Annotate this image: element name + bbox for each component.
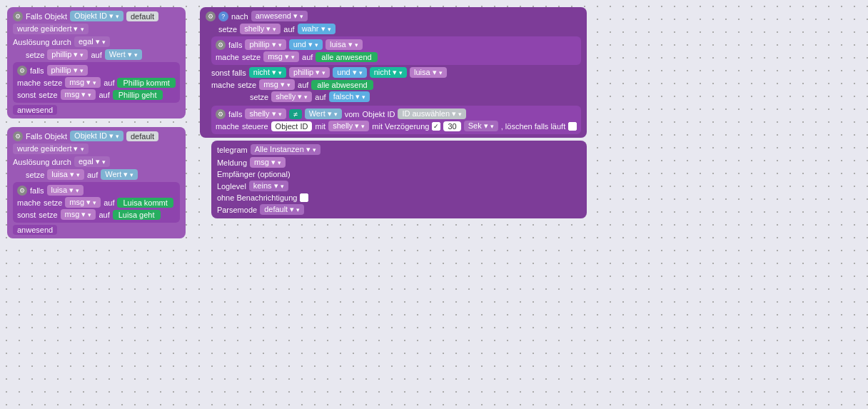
anwesend-nach[interactable]: anwesend ▾: [251, 11, 308, 21]
anwesend-1: anwesend: [13, 105, 57, 115]
nach-block: ⚙ ? nach anwesend ▾ setze shelly ▾ auf w…: [200, 7, 587, 138]
msg-r1[interactable]: msg ▾: [263, 51, 299, 62]
alle-anwesend-val: alle anwesend: [316, 52, 377, 62]
luisa-pill-1[interactable]: luisa ▾: [47, 169, 84, 180]
neq-pill[interactable]: ≠: [289, 109, 302, 119]
loeschen-label: , löschen falls läuft: [501, 122, 566, 131]
falls-inner-1: ⚙ falls phillip ▾ mache setze msg ▾ auf …: [13, 62, 180, 103]
wert-neq-pill[interactable]: Wert ▾: [305, 108, 342, 119]
wurde-geaendert-2[interactable]: wurde geändert ▾: [13, 143, 89, 154]
luisa-r1[interactable]: luisa ▾: [326, 39, 363, 50]
msg-telegram-pill[interactable]: msg ▾: [250, 157, 286, 168]
steuere-label: steuere: [242, 122, 268, 131]
msg-r2[interactable]: msg ▾: [259, 79, 295, 90]
phillip-geht-1: Phillip geht: [113, 90, 163, 100]
msg-pill-1[interactable]: msg ▾: [65, 77, 101, 88]
wert-pill-2[interactable]: Wert ▾: [101, 169, 138, 180]
meldung-label: Meldung: [217, 158, 247, 167]
sonst-label-1: sonst: [17, 91, 36, 99]
falls-r1-label: falls: [228, 41, 243, 49]
luisa-falls-1[interactable]: luisa ▾: [47, 185, 84, 196]
gear-icon-falls-1[interactable]: ⚙: [17, 66, 27, 76]
falls-objekt-block-1: ⚙ Falls Objekt Objekt ID ▾ default wurde…: [7, 7, 186, 118]
id-auswaehlen-pill[interactable]: ID auswählen ▾: [398, 108, 466, 119]
luisa-geht-1: Luisa geht: [113, 210, 161, 220]
auf-r1: auf: [302, 53, 313, 61]
keins-pill[interactable]: keins ▾: [249, 181, 288, 191]
auf-sonst-2: auf: [99, 211, 109, 219]
ausloesung-val-2[interactable]: egal ▾: [74, 156, 110, 167]
gear-icon-nach[interactable]: ⚙: [206, 11, 216, 21]
falsch-pill[interactable]: falsch ▾: [329, 91, 370, 102]
falls-shelly-neq: ⚙ falls shelly ▾ ≠ Wert ▾ vom Objekt ID …: [211, 106, 581, 134]
anwesend-2: anwesend: [13, 225, 57, 235]
gear-icon-falls-r2[interactable]: ⚙: [216, 109, 226, 119]
mache-label-2: mache: [17, 198, 41, 207]
wahr-pill[interactable]: wahr ▾: [298, 24, 335, 34]
mache-r2: mache: [211, 81, 235, 89]
vom-label: vom: [345, 110, 360, 118]
setze-shelly2: setze: [250, 93, 268, 101]
phillip-falls-1[interactable]: phillip ▾: [47, 65, 88, 76]
msg-pill-2[interactable]: msg ▾: [65, 197, 101, 208]
gear-icon-falls-r1[interactable]: ⚙: [216, 40, 226, 50]
falls-label-2: falls: [30, 186, 44, 195]
objekt-id-label-1[interactable]: Objekt ID ▾: [70, 11, 123, 21]
left-column: ⚙ Falls Objekt Objekt ID ▾ default wurde…: [7, 7, 186, 238]
gear-icon-2[interactable]: ⚙: [13, 131, 23, 141]
auf-mache-2: auf: [104, 198, 114, 207]
falls-inner-2: ⚙ falls luisa ▾ mache setze msg ▾ auf Lu…: [13, 182, 180, 223]
falls-objekt-label-2: Falls Objekt: [26, 132, 67, 141]
sek-pill[interactable]: Sek ▾: [464, 121, 498, 131]
sonst-falls-block: sonst falls nicht ▾ phillip ▾ und ▾ nich…: [211, 67, 581, 102]
phillip-kommt-1: Phillip kommt: [117, 78, 175, 88]
luisa-r2[interactable]: luisa ▾: [410, 67, 447, 78]
auf-label-2: auf: [87, 171, 98, 179]
shelly-pill-1[interactable]: shelly ▾: [240, 24, 281, 34]
gear-icon-1[interactable]: ⚙: [13, 11, 23, 21]
alle-abwesend-val: alle abwesend: [311, 80, 373, 90]
default-pill[interactable]: default ▾: [260, 204, 304, 215]
ausloesung-val-1[interactable]: egal ▾: [74, 36, 110, 47]
ausloesung-label-1: Auslösung durch: [13, 38, 71, 46]
mache-label-1: mache: [17, 79, 41, 87]
objekt-id-label-2[interactable]: Objekt ID ▾: [70, 131, 123, 141]
question-icon-nach[interactable]: ?: [218, 11, 228, 21]
workspace: ⚙ Falls Objekt Objekt ID ▾ default wurde…: [7, 7, 861, 238]
phillip-r2[interactable]: phillip ▾: [289, 67, 330, 78]
ohne-benachrichtigung-checkbox[interactable]: [300, 193, 308, 202]
setze-label-1: setze: [26, 51, 44, 59]
msg-sonst-1[interactable]: msg ▾: [61, 89, 96, 100]
right-column: ⚙ ? nach anwesend ▾ setze shelly ▾ auf w…: [200, 7, 587, 218]
und-r2[interactable]: und ▾: [333, 67, 366, 78]
wert-pill-1[interactable]: Wert ▾: [105, 49, 142, 60]
msg-sonst-2[interactable]: msg ▾: [61, 209, 96, 220]
shelly-pill-3[interactable]: shelly ▾: [328, 121, 369, 131]
objekt-id-label-r: Objekt ID: [363, 110, 395, 118]
shelly-neq-pill[interactable]: shelly ▾: [245, 108, 286, 119]
empfaenger-label: Empfänger (optional): [217, 170, 291, 178]
nicht-r1[interactable]: nicht ▾: [249, 67, 286, 78]
falls-phillip-luisa: ⚙ falls phillip ▾ und ▾ luisa ▾ mache se…: [211, 36, 581, 65]
objekt-id-value-1: default: [126, 11, 158, 21]
gear-icon-falls-2[interactable]: ⚙: [17, 186, 27, 196]
alle-instanzen-pill[interactable]: Alle Instanzen ▾: [251, 144, 321, 155]
nicht-r2[interactable]: nicht ▾: [370, 67, 407, 78]
shelly-pill-2[interactable]: shelly ▾: [271, 91, 312, 102]
wurde-geaendert-1[interactable]: wurde geändert ▾: [13, 24, 89, 34]
auf-sonst-1: auf: [99, 91, 109, 99]
loeschen-checkbox[interactable]: [568, 122, 577, 131]
setze-mache-1: setze: [44, 79, 62, 87]
auf-shelly-label: auf: [283, 25, 294, 34]
luisa-kommt-1: Luisa kommt: [117, 198, 173, 208]
telegram-block: telegram Alle Instanzen ▾ Meldung msg ▾ …: [211, 141, 587, 218]
ohne-benachrichtigung-label: ohne Benachrichtigung: [217, 193, 298, 202]
phillip-pill-1[interactable]: phillip ▾: [47, 49, 88, 60]
phillip-r1[interactable]: phillip ▾: [245, 39, 286, 50]
und-r1[interactable]: und ▾: [289, 39, 323, 50]
setze-label-2: setze: [26, 171, 44, 179]
falls-objekt-block-2: ⚙ Falls Objekt Objekt ID ▾ default wurde…: [7, 127, 186, 238]
verzoegerung-checkbox[interactable]: [432, 122, 440, 131]
mache-r3: mache: [216, 122, 239, 131]
sonst-label-2: sonst: [17, 211, 36, 219]
